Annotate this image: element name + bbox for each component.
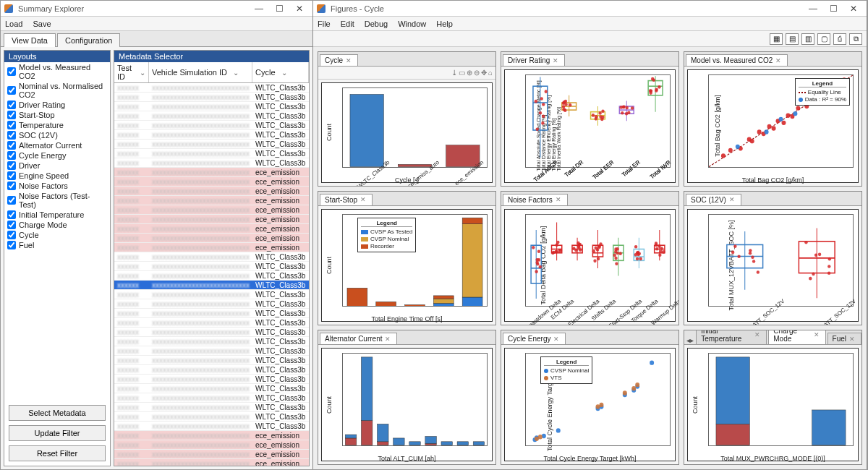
table-row[interactable]: xxxxxxxxxxxxxxxxxxxxxxxxxxxxxxxxxWLTC_Cl… [114,328,309,337]
layout-row-icon[interactable]: ▤ [786,33,799,45]
table-row[interactable]: xxxxxxxxxxxxxxxxxxxxxxxxxxxxxxxxxece_emi… [114,205,309,215]
table-row[interactable]: xxxxxxxxxxxxxxxxxxxxxxxxxxxxxxxxxWLTC_Cl… [114,140,309,149]
layout-checkbox[interactable] [7,241,16,249]
layout-checkbox[interactable] [7,86,16,95]
table-row[interactable]: xxxxxxxxxxxxxxxxxxxxxxxxxxxxxxxxxWLTC_Cl… [114,384,309,393]
col-cycle[interactable]: Cycle [252,62,309,82]
table-row[interactable]: xxxxxxxxxxxxxxxxxxxxxxxxxxxxxxxxxWLTC_Cl… [114,102,309,111]
axes[interactable]: Total Absolute Speed Change Metric [%]To… [504,69,676,183]
figure-tab[interactable]: Start-Stop✕ [320,194,373,205]
table-row[interactable]: xxxxxxxxxxxxxxxxxxxxxxxxxxxxxxxxxWLTC_Cl… [114,271,309,281]
table-row[interactable]: xxxxxxxxxxxxxxxxxxxxxxxxxxxxxxxxxWLTC_Cl… [114,356,309,365]
axes[interactable]: Total MUX_12VBATT_SOC [%] Total Final_BA… [687,209,859,322]
table-row[interactable]: xxxxxxxxxxxxxxxxxxxxxxxxxxxxxxxxxWLTC_Cl… [114,403,309,412]
menu-window[interactable]: Window [398,20,426,28]
figure-tab[interactable]: Driver Rating✕ [503,54,565,66]
table-row[interactable]: xxxxxxxxxxxxxxxxxxxxxxxxxxxxxxxxxWLTC_Cl… [114,252,309,262]
table-row[interactable]: xxxxxxxxxxxxxxxxxxxxxxxxxxxxxxxxxWLTC_Cl… [114,422,309,431]
reset-filter-button[interactable]: Reset Filter [9,445,106,461]
tab-configuration[interactable]: Configuration [57,33,120,47]
layout-col-icon[interactable]: ▥ [801,33,814,45]
menu-debug[interactable]: Debug [365,20,388,28]
table-row[interactable]: xxxxxxxxxxxxxxxxxxxxxxxxxxxxxxxxxece_emi… [114,459,309,466]
table-row[interactable]: xxxxxxxxxxxxxxxxxxxxxxxxxxxxxxxxxWLTC_Cl… [114,290,309,299]
layout-item[interactable]: Temperature [4,120,110,130]
axes[interactable]: Count Total MUX_PWRCHRG_MODE [(0)] [687,348,859,461]
table-row[interactable]: xxxxxxxxxxxxxxxxxxxxxxxxxxxxxxxxxWLTC_Cl… [114,130,309,140]
table-row[interactable]: xxxxxxxxxxxxxxxxxxxxxxxxxxxxxxxxxece_emi… [114,196,309,205]
table-row[interactable]: xxxxxxxxxxxxxxxxxxxxxxxxxxxxxxxxxece_emi… [114,450,309,459]
tab-close-icon[interactable]: ✕ [556,196,561,203]
layout-item[interactable]: Noise Factors [4,181,110,191]
layout-checkbox[interactable] [7,210,16,219]
figure-tab[interactable]: SOC (12V)✕ [686,194,741,205]
tab-close-icon[interactable]: ✕ [360,196,366,203]
figure-tab[interactable]: Cycle Energy✕ [503,333,566,344]
table-row[interactable]: xxxxxxxxxxxxxxxxxxxxxxxxxxxxxxxxxece_emi… [114,440,309,450]
tab-close-icon[interactable]: ✕ [754,331,760,338]
table-row[interactable]: xxxxxxxxxxxxxxxxxxxxxxxxxxxxxxxxxece_emi… [114,177,309,187]
table-row[interactable]: xxxxxxxxxxxxxxxxxxxxxxxxxxxxxxxxxWLTC_Cl… [114,158,309,168]
table-row[interactable]: xxxxxxxxxxxxxxxxxxxxxxxxxxxxxxxxxWLTC_Cl… [114,149,309,158]
layout-item[interactable]: Noise Factors (Test-Test) [4,191,110,210]
layout-checkbox[interactable] [7,221,16,229]
figure-tab[interactable]: Model vs. Measured CO2✕ [686,54,788,66]
axes[interactable]: Count Total Engine Time Off [s] LegendCV… [321,209,493,322]
table-row[interactable]: xxxxxxxxxxxxxxxxxxxxxxxxxxxxxxxxxece_emi… [114,234,309,243]
minimize-button[interactable]: — [249,4,269,14]
table-row[interactable]: xxxxxxxxxxxxxxxxxxxxxxxxxxxxxxxxxece_emi… [114,187,309,196]
zoom-out-icon[interactable]: ⊖ [474,69,480,77]
menu-edit[interactable]: Edit [341,20,354,28]
table-row[interactable]: xxxxxxxxxxxxxxxxxxxxxxxxxxxxxxxxxWLTC_Cl… [114,83,309,93]
layout-checkbox[interactable] [7,171,16,180]
minimize-button[interactable]: — [803,4,823,14]
layout-checkbox[interactable] [7,151,16,160]
layout-checkbox[interactable] [7,121,16,129]
layout-item[interactable]: Charge Mode [4,220,110,230]
axes[interactable]: Total Delta Bag CO2 [g/km] Coastdown Del… [504,209,676,322]
figure-tab[interactable]: Charge Mode✕ [768,330,825,344]
table-row[interactable]: xxxxxxxxxxxxxxxxxxxxxxxxxxxxxxxxxWLTC_Cl… [114,281,309,290]
col-vehicle-sim-id[interactable]: Vehicle Simulation ID [149,62,252,82]
figure-tab[interactable]: Fuel✕ [827,333,861,344]
table-row[interactable]: xxxxxxxxxxxxxxxxxxxxxxxxxxxxxxxxxWLTC_Cl… [114,299,309,309]
tab-close-icon[interactable]: ✕ [849,336,855,343]
figure-tab[interactable]: Cycle✕ [320,54,358,66]
brush-icon[interactable]: ▭ [459,69,465,77]
table-row[interactable]: xxxxxxxxxxxxxxxxxxxxxxxxxxxxxxxxxWLTC_Cl… [114,346,309,356]
table-row[interactable]: xxxxxxxxxxxxxxxxxxxxxxxxxxxxxxxxxece_emi… [114,168,309,177]
layout-item[interactable]: Fuel [4,240,110,250]
tab-close-icon[interactable]: ✕ [346,57,352,64]
layout-item[interactable]: SOC (12V) [4,130,110,140]
axes[interactable]: Total Bag CO2 [g/km] Total Bag CO2 [g/km… [687,69,859,183]
figure-tab[interactable]: Noise Factors✕ [503,194,568,205]
tab-close-icon[interactable]: ✕ [553,57,558,64]
zoom-in-icon[interactable]: ⊕ [467,69,472,77]
menu-file[interactable]: File [318,20,331,28]
layout-checkbox[interactable] [7,141,16,150]
layout-checkbox[interactable] [7,181,16,190]
layout-single-icon[interactable]: ▢ [817,33,830,45]
layout-checkbox[interactable] [7,67,16,76]
print-icon[interactable]: ⎙ [833,33,846,45]
layout-item[interactable]: Nominal vs. Normalised CO2 [4,81,110,100]
layout-item[interactable]: Cycle [4,230,110,240]
layout-item[interactable]: Model vs. Measured CO2 [4,62,110,81]
axes[interactable]: Count Total ALT_CUM [ah] [321,348,493,461]
pan-icon[interactable]: ✥ [481,69,487,77]
axes[interactable]: Count Cycle [-] WLTC_Class3bece_emiss_au… [321,82,493,183]
table-row[interactable]: xxxxxxxxxxxxxxxxxxxxxxxxxxxxxxxxxece_emi… [114,215,309,224]
table-row[interactable]: xxxxxxxxxxxxxxxxxxxxxxxxxxxxxxxxxWLTC_Cl… [114,337,309,346]
figure-tab[interactable]: Alternator Current✕ [320,333,397,344]
table-row[interactable]: xxxxxxxxxxxxxxxxxxxxxxxxxxxxxxxxxWLTC_Cl… [114,93,309,102]
layout-checkbox[interactable] [7,131,16,140]
table-row[interactable]: xxxxxxxxxxxxxxxxxxxxxxxxxxxxxxxxxece_emi… [114,243,309,252]
layout-item[interactable]: Cycle Energy [4,150,110,161]
table-row[interactable]: xxxxxxxxxxxxxxxxxxxxxxxxxxxxxxxxxWLTC_Cl… [114,412,309,422]
tab-close-icon[interactable]: ✕ [553,336,559,343]
table-row[interactable]: xxxxxxxxxxxxxxxxxxxxxxxxxxxxxxxxxWLTC_Cl… [114,365,309,375]
axes[interactable]: Total Cycle Energy Target [kWh] Total Cy… [504,348,676,461]
layout-item[interactable]: Driver Rating [4,100,110,110]
update-filter-button[interactable]: Update Filter [9,425,106,441]
table-row[interactable]: xxxxxxxxxxxxxxxxxxxxxxxxxxxxxxxxxWLTC_Cl… [114,262,309,271]
